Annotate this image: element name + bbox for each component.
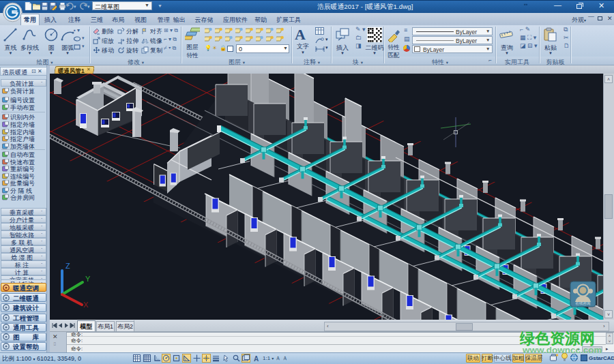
svg-text:A: A bbox=[254, 354, 259, 362]
svg-text:在线咨询: 在线咨询 bbox=[576, 301, 591, 306]
svg-text:X: X bbox=[83, 301, 89, 309]
svg-text:Z: Z bbox=[65, 262, 70, 270]
svg-text:Y: Y bbox=[85, 275, 91, 283]
